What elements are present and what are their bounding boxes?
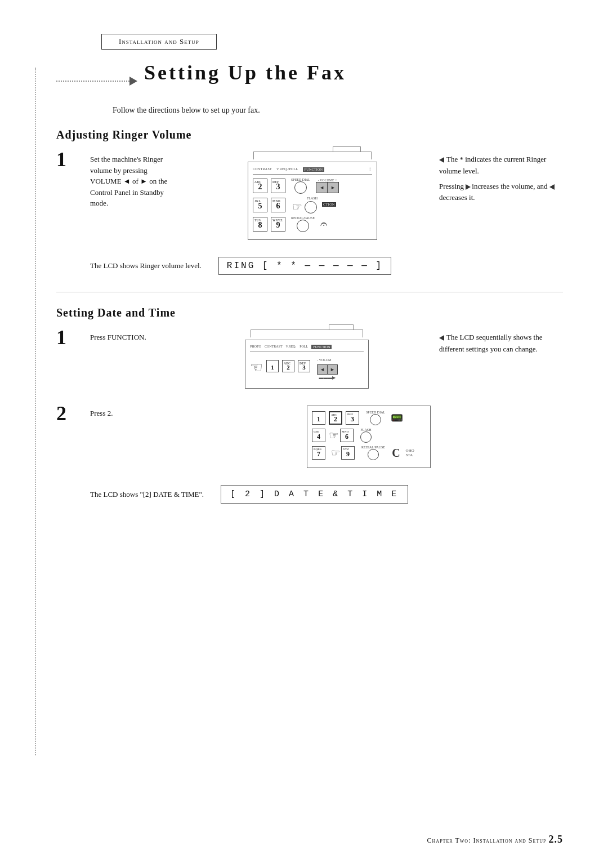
datetime-step-1-note: The LCD sequentially shows the different… <box>439 332 563 355</box>
page-title: Setting Up the Fax <box>144 61 346 84</box>
header-box: Installation and Setup <box>101 34 217 50</box>
control-panel: CONTRAST V.REQ./POLL FUNCTION ⁞ ABC <box>248 162 377 240</box>
ringer-step-1: 1 Set the machine's Ringer volume by pre… <box>56 152 563 240</box>
datetime-step-1: 1 Press FUNCTION. PHOTO CONTRAST V <box>56 330 563 389</box>
datetime-keypad2-image: 1 ABC 2 DEF 3 SPEED DIAL <box>180 406 557 468</box>
section-divider <box>56 292 563 292</box>
lcd-label-ringer: The LCD shows Ringer volume level. <box>90 260 202 271</box>
left-dotted-decoration <box>35 68 36 755</box>
lcd-label-datetime: The LCD shows "[2] DATE & TIME". <box>90 489 204 500</box>
keypad-2: 1 ABC 2 DEF 3 SPEED DIAL <box>307 406 431 468</box>
section-datetime-title: Setting Date and Time <box>56 306 563 319</box>
function-label: FUNCTION <box>303 167 325 172</box>
datetime-step-2: 2 Press 2. 1 ABC 2 DEF 3 <box>56 406 563 468</box>
section-ringer-title: Adjusting Ringer Volume <box>56 128 563 141</box>
datetime-cp-image: PHOTO CONTRAST V.REQ. POLL FUNCTION ☞ <box>180 330 433 389</box>
footer: Chapter Two: Installation and Setup 2.5 <box>427 834 563 845</box>
header-label: Installation and Setup <box>119 37 199 46</box>
ringer-step-1-note: The * indicates the current Ringer volum… <box>439 154 563 207</box>
ringer-lcd-row: The LCD shows Ringer volume level. RING … <box>90 257 563 275</box>
step-number-1: 1 <box>56 149 84 170</box>
datetime-step-1-text: Press FUNCTION. <box>90 332 169 343</box>
step-1-text: Set the machine's Ringer volume by press… <box>90 154 180 209</box>
datetime-step-2-text: Press 2. <box>90 408 169 419</box>
lcd-display-datetime: [ 2 ] D A T E & T I M E <box>221 485 408 504</box>
arrow-icon <box>129 77 137 86</box>
page: Installation and Setup Setting Up the Fa… <box>0 0 608 868</box>
intro-text: Follow the directions below to set up yo… <box>113 106 563 115</box>
datetime-step-2-number: 2 <box>56 403 84 424</box>
datetime-step-1-number: 1 <box>56 327 84 348</box>
footer-label: Chapter Two: Installation and Setup <box>427 836 549 844</box>
title-row: Setting Up the Fax <box>56 61 563 101</box>
control-panel-image: CONTRAST V.REQ./POLL FUNCTION ⁞ ABC <box>191 152 433 240</box>
footer-page: 2.5 <box>549 834 564 845</box>
lcd-display-ringer: RING [ * * — — — — — ] <box>218 257 391 275</box>
control-panel-2: PHOTO CONTRAST V.REQ. POLL FUNCTION ☞ <box>245 340 369 389</box>
datetime-lcd-row: The LCD shows "[2] DATE & TIME". [ 2 ] D… <box>90 485 563 504</box>
dotted-line <box>56 81 129 82</box>
